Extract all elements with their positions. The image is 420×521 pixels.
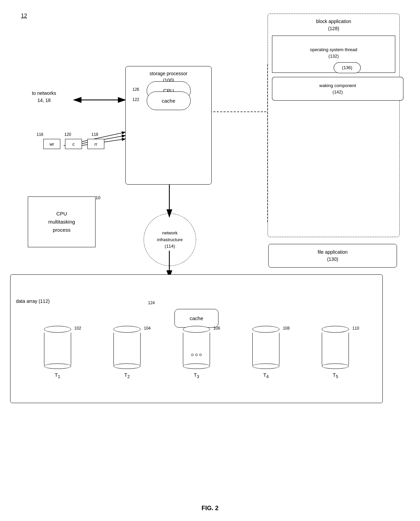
ref-106: 106 (213, 326, 220, 331)
ref-136-box: (136) (334, 62, 361, 73)
diagram-container: 12 storage processor (100) 126 CPU 122 c… (0, 0, 420, 521)
ref-108: 108 (283, 326, 290, 331)
to-networks-label: to networks14, 18 (20, 90, 68, 104)
cylinder-top-t1 (44, 326, 71, 333)
ref-124: 124 (148, 300, 155, 305)
ref-122: 122 (132, 97, 139, 102)
cylinder-top-t2 (113, 326, 141, 333)
cylinder-label-t2: T2 (124, 372, 130, 379)
rr-label: rr (94, 142, 98, 147)
ref-102: 102 (75, 326, 81, 331)
cylinder-body-t3 (183, 333, 210, 367)
cache-label-da: cache (190, 315, 203, 321)
ref-120: 120 (64, 132, 71, 137)
cylinder-label-t1: T1 (55, 372, 60, 379)
cylinder-t3: T3 106 (183, 326, 210, 379)
cache-label-sp: cache (162, 98, 175, 104)
ref-12: 12 (21, 13, 27, 19)
cylinder-bottom-t4 (252, 363, 279, 369)
cylinder-label-t5: T5 (333, 372, 338, 379)
cpu-process-box: CPUmultitaskingprocess (28, 196, 96, 247)
cylinder-bottom-t3 (183, 363, 210, 369)
cylinder-t1: T1 102 (44, 326, 71, 379)
cylinder-t5: T5 110 (322, 326, 349, 379)
cylinder-top-t5 (322, 326, 349, 333)
cylinder-bottom-t1 (44, 363, 71, 369)
network-infra-label: networkinfrastructure(114) (157, 230, 183, 250)
ref-118: 118 (91, 132, 98, 137)
data-array-label: data array (112) (16, 298, 50, 304)
block-app-container: block application(128) operating system … (268, 14, 400, 237)
file-app-box: file application(130) (268, 244, 397, 268)
cylinder-bottom-t2 (113, 363, 141, 369)
cylinder-body-t2 (113, 333, 141, 367)
ref-126: 126 (132, 87, 139, 92)
cylinder-top-t3 (183, 326, 210, 333)
os-thread-box: operating system thread(132) (134) (136) (272, 36, 395, 73)
figure-label: FIG. 2 (183, 505, 237, 512)
wr-label: wr (49, 142, 54, 147)
data-array-box: data array (112) 124 cache T1 102 (10, 274, 383, 403)
network-infra: networkinfrastructure(114) (144, 213, 196, 266)
cylinder-label-t4: T4 (263, 372, 269, 379)
cylinder-body-t1 (44, 333, 71, 367)
cylinder-bottom-t5 (322, 363, 349, 369)
cylinder-t2: T2 104 (113, 326, 141, 379)
cylinder-t4: T4 108 (252, 326, 279, 379)
c-queue: c (65, 139, 82, 149)
cpu-process-label: CPUmultitaskingprocess (48, 210, 75, 234)
ref-110: 110 (352, 326, 359, 331)
storage-processor-box: storage processor (100) 126 CPU 122 cach… (125, 66, 212, 185)
c-label: c (72, 142, 75, 147)
block-app-title: block application(128) (272, 18, 395, 32)
cylinder-body-t5 (322, 333, 349, 367)
waking-box: waking component(142) (272, 77, 403, 101)
cache-box-da: cache (174, 309, 218, 328)
rr-queue: rr (87, 139, 104, 149)
wr-queue: wr (43, 139, 60, 149)
cache-box-sp: cache (147, 91, 191, 110)
cylinder-body-t4 (252, 333, 279, 367)
cylinder-top-t4 (252, 326, 279, 333)
os-thread-label: operating system thread(132) (310, 46, 357, 60)
cylinder-label-t3: T3 (194, 372, 199, 379)
ref-104: 104 (144, 326, 151, 331)
ref-10: 10 (96, 195, 100, 200)
ref-116: 116 (37, 132, 43, 137)
